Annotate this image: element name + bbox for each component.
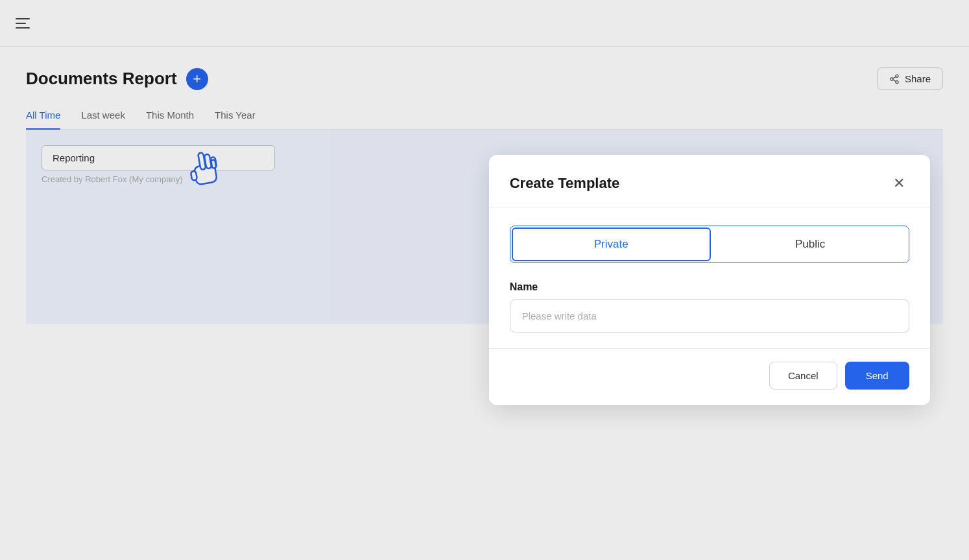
- modal-header: Create Template ✕: [489, 155, 930, 207]
- name-input[interactable]: [510, 299, 909, 332]
- modal-title: Create Template: [510, 175, 620, 192]
- toggle-private-button[interactable]: Private: [512, 228, 711, 261]
- modal-footer: Cancel Send: [489, 349, 930, 405]
- create-template-modal: Create Template ✕ Private Public Name Ca…: [489, 155, 930, 405]
- modal-close-button[interactable]: ✕: [889, 173, 909, 194]
- cancel-button[interactable]: Cancel: [769, 362, 837, 390]
- visibility-toggle-group: Private Public: [510, 226, 909, 263]
- name-field-label: Name: [510, 281, 909, 293]
- modal-body: Private Public Name: [489, 207, 930, 348]
- toggle-public-button[interactable]: Public: [712, 226, 909, 262]
- send-button[interactable]: Send: [845, 362, 909, 390]
